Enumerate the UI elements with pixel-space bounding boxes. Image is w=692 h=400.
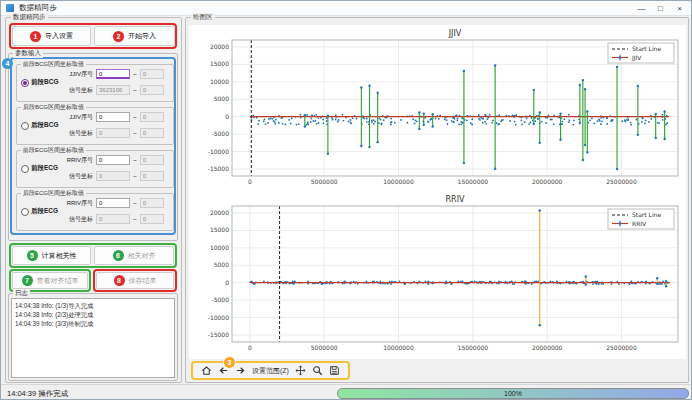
rriv-index-start-input[interactable] bbox=[96, 198, 130, 208]
calc-correlation-label: 计算相关性 bbox=[42, 251, 77, 261]
svg-text:-5000: -5000 bbox=[212, 296, 230, 303]
front-bcg-section-title: 前段BCG区间坐标取值 bbox=[21, 60, 86, 69]
svg-text:JJIV: JJIV bbox=[631, 54, 642, 62]
rriv-index-label: RRIV序号 bbox=[59, 199, 93, 208]
front-bcg-radio[interactable]: 前段BCG bbox=[21, 78, 58, 87]
pan-icon[interactable] bbox=[295, 365, 306, 376]
signal-coord-start-input bbox=[96, 214, 130, 224]
rear-bcg-radio[interactable]: 后段BCG bbox=[21, 121, 58, 130]
rear-ecg-radio-label: 后段ECG bbox=[31, 207, 58, 216]
save-result-button[interactable]: 8 保存结果 bbox=[96, 272, 174, 289]
svg-text:15000000: 15000000 bbox=[458, 344, 489, 351]
svg-text:Start Line: Start Line bbox=[632, 211, 661, 218]
svg-text:10000: 10000 bbox=[210, 78, 229, 85]
step-1-badge: 1 bbox=[30, 31, 41, 42]
log-line: 14:04:39 Info: (3/3)绘制完成 bbox=[15, 319, 171, 328]
step-6-badge: 6 bbox=[113, 250, 124, 261]
jjiv-index-end-input bbox=[140, 112, 164, 122]
front-ecg-section-title: 前段ECG区间坐标取值 bbox=[21, 146, 86, 155]
jjiv-chart[interactable]: 0500000010000000150000002000000025000000… bbox=[190, 27, 684, 191]
signal-coord-row: 信号坐标 ~ bbox=[59, 214, 164, 224]
zoom-icon[interactable] bbox=[312, 365, 323, 376]
set-range-button[interactable]: 设置范围(Z) bbox=[252, 366, 289, 376]
correlation-align-button[interactable]: 6 相关对齐 bbox=[94, 246, 174, 265]
view-result-button[interactable]: 7 查看对齐结果 bbox=[12, 272, 88, 289]
svg-text:Start Line: Start Line bbox=[632, 45, 661, 52]
plot-group-title: 绘图区 bbox=[191, 13, 215, 22]
signal-coord-label: 信号坐标 bbox=[59, 86, 93, 95]
app-window: 数据精同步 — □ × 数据精同步 1 导入设置 2 开始导入 参数输入 4 前… bbox=[0, 0, 692, 400]
titlebar: 数据精同步 — □ × bbox=[1, 1, 691, 16]
rriv-index-end-input bbox=[140, 155, 164, 165]
radio-icon bbox=[21, 208, 29, 216]
svg-text:5000000: 5000000 bbox=[311, 344, 338, 351]
svg-text:RRIV: RRIV bbox=[632, 220, 647, 227]
tilde: ~ bbox=[133, 130, 137, 137]
step-7-badge: 7 bbox=[22, 275, 33, 286]
radio-icon bbox=[21, 165, 29, 173]
import-settings-button[interactable]: 1 导入设置 bbox=[12, 26, 91, 46]
rriv-chart[interactable]: 0500000010000000150000002000000025000000… bbox=[190, 193, 684, 357]
svg-text:0: 0 bbox=[225, 279, 229, 286]
svg-text:5000: 5000 bbox=[214, 261, 229, 268]
tilde: ~ bbox=[133, 173, 137, 180]
maximize-button[interactable]: □ bbox=[651, 1, 670, 15]
forward-icon[interactable] bbox=[235, 365, 246, 376]
save-result-label: 保存结果 bbox=[129, 276, 157, 286]
svg-text:25000000: 25000000 bbox=[606, 178, 637, 185]
tilde: ~ bbox=[133, 71, 137, 78]
close-button[interactable]: × bbox=[670, 1, 689, 15]
svg-text:5000000: 5000000 bbox=[311, 178, 338, 185]
front-ecg-radio-label: 前段ECG bbox=[31, 164, 58, 173]
log-group-title: 日志 bbox=[13, 289, 30, 298]
svg-text:20000: 20000 bbox=[210, 209, 229, 216]
jjiv-index-start-input[interactable] bbox=[96, 112, 130, 122]
step-2-badge: 2 bbox=[113, 31, 124, 42]
minimize-button[interactable]: — bbox=[632, 1, 651, 15]
svg-text:25000000: 25000000 bbox=[606, 344, 637, 351]
home-icon[interactable] bbox=[201, 365, 212, 376]
signal-coord-row: 信号坐标 ~ bbox=[59, 171, 164, 181]
signal-coord-row: 信号坐标 ~ bbox=[59, 128, 164, 138]
rriv-index-start-input[interactable] bbox=[96, 155, 130, 165]
signal-coord-label: 信号坐标 bbox=[59, 129, 93, 138]
signal-coord-end-input bbox=[140, 128, 164, 138]
svg-text:JJIV: JJIV bbox=[448, 29, 462, 38]
tilde: ~ bbox=[133, 87, 137, 94]
svg-text:-10000: -10000 bbox=[208, 314, 229, 321]
step-4-badge: 4 bbox=[2, 58, 13, 69]
step-3-badge: 3 bbox=[223, 356, 236, 369]
svg-text:-15000: -15000 bbox=[208, 165, 229, 172]
log-area[interactable]: 14:04:38 Info: (1/3)导入完成14:04:38 Info: (… bbox=[11, 298, 175, 378]
svg-text:15000000: 15000000 bbox=[458, 178, 489, 185]
rriv-index-row: RRIV序号 ~ bbox=[59, 198, 164, 208]
calc-correlation-button[interactable]: 5 计算相关性 bbox=[12, 246, 91, 265]
rear-ecg-radio[interactable]: 后段ECG bbox=[21, 207, 58, 216]
log-line: 14:04:38 Info: (1/3)导入完成 bbox=[15, 301, 171, 310]
signal-coord-start-input bbox=[96, 85, 130, 95]
params-annotation-box: 前段BCG区间坐标取值 前段BCG JJIV序号 ~ 信号坐标 ~ 后段BCG区… bbox=[10, 57, 176, 235]
svg-text:10000: 10000 bbox=[210, 244, 229, 251]
tilde: ~ bbox=[133, 114, 137, 121]
progress-label: 100% bbox=[504, 390, 522, 397]
plot-toolbar: 3 设置范围(Z) bbox=[191, 361, 350, 380]
rear-bcg-section-title: 后段BCG区间坐标取值 bbox=[21, 103, 86, 112]
app-icon bbox=[6, 4, 14, 12]
rear-ecg-section-title: 后段ECG区间坐标取值 bbox=[21, 189, 86, 198]
svg-text:0: 0 bbox=[248, 178, 252, 185]
jjiv-index-start-input[interactable] bbox=[96, 69, 130, 79]
start-import-button[interactable]: 2 开始导入 bbox=[94, 26, 175, 46]
window-controls: — □ × bbox=[632, 1, 689, 15]
jjiv-index-end-input bbox=[140, 69, 164, 79]
signal-coord-label: 信号坐标 bbox=[59, 172, 93, 181]
rear-ecg-section: 后段ECG区间坐标取值 后段ECG RRIV序号 ~ 信号坐标 ~ bbox=[16, 193, 174, 231]
save-figure-icon[interactable] bbox=[329, 365, 340, 376]
rriv-index-row: RRIV序号 ~ bbox=[59, 155, 164, 165]
tilde: ~ bbox=[133, 157, 137, 164]
front-ecg-radio[interactable]: 前段ECG bbox=[21, 164, 58, 173]
rriv-index-end-input bbox=[140, 198, 164, 208]
sync-group-title: 数据精同步 bbox=[11, 13, 48, 22]
rear-bcg-section: 后段BCG区间坐标取值 后段BCG JJIV序号 ~ 信号坐标 ~ bbox=[16, 107, 174, 145]
svg-text:20000000: 20000000 bbox=[532, 344, 563, 351]
signal-coord-end-input bbox=[140, 85, 164, 95]
